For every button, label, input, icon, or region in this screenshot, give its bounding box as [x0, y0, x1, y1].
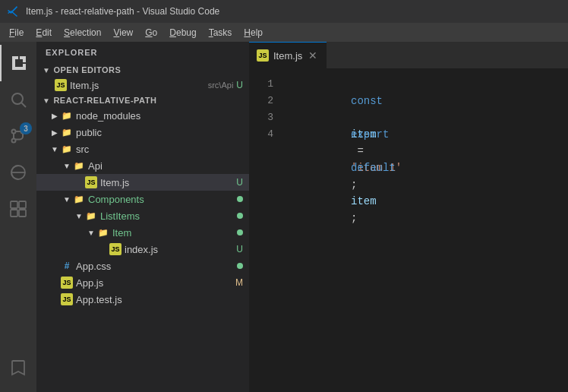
open-editors-section[interactable]: ▼ Open Editors — [36, 63, 249, 77]
token-space — [351, 112, 357, 124]
menu-debug[interactable]: Debug — [163, 26, 202, 40]
token-space — [351, 179, 357, 191]
open-editors-arrow: ▼ — [43, 66, 50, 74]
folder-arrow-icon: ▼ — [61, 160, 73, 172]
menu-view[interactable]: View — [107, 26, 139, 40]
menu-help[interactable]: Help — [238, 26, 269, 40]
sidebar: Explorer ▼ Open Editors JS Item.js src\A… — [36, 42, 249, 392]
tree-app-css[interactable]: # App.css — [36, 258, 249, 274]
main-content: 3 Explorer — [0, 42, 568, 392]
menu-go[interactable]: Go — [139, 26, 163, 40]
token-export: export — [351, 128, 389, 141]
activity-extensions[interactable] — [0, 191, 36, 227]
tree-item-js[interactable]: JS Item.js U — [36, 174, 249, 191]
folder-icon: 📁 — [61, 143, 73, 155]
js-file-icon: JS — [85, 176, 97, 188]
tree-components[interactable]: ▼ 📁 Components — [36, 191, 249, 207]
tab-close-button[interactable]: ✕ — [307, 49, 319, 62]
js-file-icon: JS — [61, 277, 73, 289]
svg-rect-9 — [11, 210, 17, 217]
editor-area: JS Item.js ✕ 1 2 3 4 const item = 'i — [249, 42, 568, 392]
title-bar-text: Item.js - react-relative-path - Visual S… — [26, 6, 219, 17]
listitems-name: ListItems — [100, 210, 237, 222]
sidebar-header: Explorer — [36, 42, 249, 63]
activity-source-control[interactable]: 3 — [0, 118, 36, 154]
folder-arrow-icon: ▼ — [85, 226, 97, 239]
open-editor-item-js[interactable]: JS Item.js src\Api U — [36, 77, 249, 93]
js-file-icon: JS — [61, 293, 73, 305]
tab-bar: JS Item.js ✕ — [249, 42, 568, 68]
tree-listitems[interactable]: ▼ 📁 ListItems — [36, 207, 249, 224]
api-name: Api — [88, 160, 249, 172]
activity-bookmark[interactable] — [0, 349, 36, 386]
tree-node-modules[interactable]: ▶ 📁 node_modules — [36, 107, 249, 124]
tree-api[interactable]: ▼ 📁 Api — [36, 157, 249, 174]
components-name: Components — [88, 194, 237, 205]
tree-app-js[interactable]: JS App.js M — [36, 274, 249, 291]
activity-explorer[interactable] — [0, 45, 36, 81]
menu-file[interactable]: File — [3, 26, 30, 40]
project-section[interactable]: ▼ React-Relative-Path — [36, 93, 249, 107]
components-dot — [237, 196, 243, 202]
folder-icon: 📁 — [73, 160, 85, 172]
folder-arrow-icon: ▶ — [49, 126, 61, 138]
folder-icon: 📁 — [61, 126, 73, 138]
title-bar: Item.js - react-relative-path - Visual S… — [0, 0, 568, 23]
activity-debug[interactable] — [0, 154, 36, 191]
svg-point-4 — [12, 139, 16, 143]
token-semi: ; — [351, 212, 357, 224]
folder-icon: 📁 — [85, 210, 97, 222]
project-arrow: ▼ — [43, 96, 50, 105]
folder-arrow-icon: ▶ — [49, 109, 61, 122]
svg-rect-10 — [19, 210, 26, 217]
tree-src[interactable]: ▼ 📁 src — [36, 141, 249, 157]
svg-point-0 — [12, 93, 23, 104]
folder-arrow-icon: ▼ — [61, 193, 73, 205]
item-js-name: Item.js — [100, 177, 236, 188]
open-editor-badge: U — [236, 80, 243, 90]
svg-rect-7 — [11, 201, 17, 208]
menu-edit[interactable]: Edit — [30, 26, 58, 40]
token-item-ref: item — [351, 195, 377, 207]
folder-icon: 📁 — [97, 226, 109, 239]
source-control-badge: 3 — [20, 122, 32, 134]
code-content[interactable]: const item = 'item 1' ; export default i… — [279, 68, 568, 392]
open-editors-label: Open Editors — [53, 65, 121, 74]
listitems-dot — [237, 213, 243, 219]
node-modules-name: node_modules — [76, 110, 249, 122]
activity-search[interactable] — [0, 81, 36, 118]
tab-filename: Item.js — [273, 50, 302, 62]
src-name: src — [76, 144, 249, 155]
app-test-name: App.test.js — [76, 294, 249, 305]
tree-public[interactable]: ▶ 📁 public — [36, 124, 249, 141]
folder-arrow-icon: ▼ — [49, 143, 61, 155]
app-css-dot — [237, 263, 243, 269]
no-arrow — [97, 243, 109, 255]
project-label: React-Relative-Path — [53, 96, 156, 105]
line-numbers: 1 2 3 4 — [249, 68, 279, 392]
menu-tasks[interactable]: Tasks — [203, 26, 238, 40]
folder-arrow-icon: ▼ — [73, 210, 85, 222]
app-css-name: App.css — [76, 261, 237, 272]
editor-tab-item-js[interactable]: JS Item.js ✕ — [249, 42, 327, 68]
app-js-name: App.js — [76, 277, 235, 289]
menu-bar: File Edit Selection View Go Debug Tasks … — [0, 23, 568, 42]
app-js-badge: M — [235, 277, 243, 288]
folder-icon: 📁 — [61, 109, 73, 122]
vscode-icon — [8, 5, 20, 17]
item-folder-dot — [237, 229, 243, 236]
open-editor-path: src\Api — [208, 81, 234, 90]
no-arrow — [49, 277, 61, 289]
activity-bar: 3 — [0, 42, 36, 392]
no-arrow — [49, 260, 61, 272]
code-editor[interactable]: 1 2 3 4 const item = 'item 1' ; — [249, 68, 568, 392]
css-file-icon: # — [61, 260, 73, 272]
code-line-1: const item = 'item 1' ; — [287, 76, 568, 93]
item-folder-name: Item — [112, 227, 237, 239]
item-js-badge: U — [236, 177, 243, 188]
menu-selection[interactable]: Selection — [58, 26, 107, 40]
no-arrow — [73, 176, 85, 188]
tree-index-js[interactable]: JS index.js U — [36, 241, 249, 258]
tree-item-folder[interactable]: ▼ 📁 Item — [36, 224, 249, 241]
tree-app-test[interactable]: JS App.test.js — [36, 291, 249, 308]
